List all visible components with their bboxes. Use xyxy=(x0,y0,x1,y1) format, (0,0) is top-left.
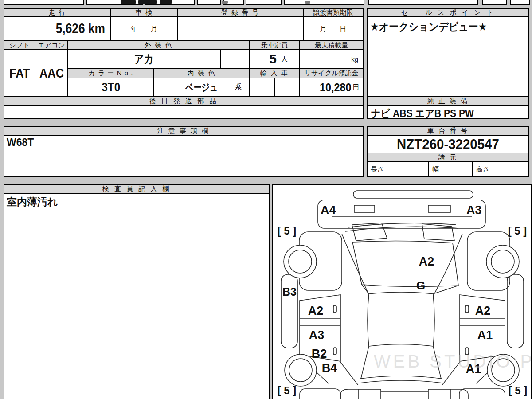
exterior-color-extra-cell xyxy=(220,49,250,69)
capacity-number: 5 xyxy=(269,51,277,66)
rear-bumper-bar xyxy=(353,191,473,198)
recycle-deposit-unit: 円 xyxy=(353,83,359,91)
corner-mark-top-left: [ 5 ] xyxy=(278,225,297,237)
chassis-number-header: 車 台 番 号 xyxy=(367,126,529,136)
exterior-color-value: アカ xyxy=(67,49,221,69)
registration-value xyxy=(177,16,304,41)
mileage-header: 走 行 xyxy=(4,8,111,17)
tail-light-right xyxy=(428,205,450,212)
mileage-text: 5,626 km xyxy=(56,21,105,37)
later-parts-value xyxy=(4,105,364,119)
import-value-a xyxy=(249,78,275,97)
equipment-box: ナビ ABS エアB PS PW xyxy=(367,105,529,119)
later-parts-header: 後 日 発 送 部 品 xyxy=(4,96,364,106)
spec-width-cell: 幅 xyxy=(428,161,473,177)
wheel-rear-right xyxy=(486,245,519,278)
notes-box: W68T xyxy=(4,135,364,177)
recycle-deposit-value: 10,280 円 xyxy=(299,78,364,97)
door-handle-left-rear xyxy=(333,305,336,313)
damage-label-a4: A4 xyxy=(321,203,336,217)
inspector-text: 室内薄汚れ xyxy=(7,195,58,209)
inspector-header: 検 査 員 記 入 欄 xyxy=(4,184,270,194)
interior-color-text: ベージュ xyxy=(185,81,218,94)
corner-mark-bottom-right: [ 5 ] xyxy=(509,384,528,396)
cropped-row-cell xyxy=(368,0,478,5)
corner-mark-bottom-left: [ 5 ] xyxy=(278,384,297,396)
color-no-value: 3T0 xyxy=(67,78,154,97)
damage-label-a2-door-right: A2 xyxy=(475,304,491,317)
sales-point-box: ★オークションデビュー★ xyxy=(367,16,529,97)
rear-body-panel xyxy=(318,200,485,228)
door-handle-left-front xyxy=(333,348,336,355)
cropped-row-cell xyxy=(284,0,364,5)
inspection-value: 年 月 xyxy=(110,16,178,41)
door-handle-right-rear xyxy=(466,305,469,313)
cropped-text-fragment xyxy=(305,1,310,4)
shift-text: FAT xyxy=(9,66,30,81)
shift-header: シフト xyxy=(4,40,35,50)
damage-label-a2-rear-window: A2 xyxy=(419,255,434,268)
cropped-text-fragment xyxy=(160,0,172,4)
exterior-color-header: 外 装 色 xyxy=(67,40,250,50)
interior-color-suffix: 系 xyxy=(235,83,242,92)
recycle-deposit-number: 10,280 xyxy=(320,81,352,94)
auction-sheet: 走 行 車 検 登 録 番 号 譲渡書類期限 5,626 km 年 月 月 日 … xyxy=(0,0,532,399)
front-bumper xyxy=(340,389,468,399)
damage-label-a3-door-left: A3 xyxy=(309,329,325,342)
wheel-rear-left xyxy=(284,245,317,278)
tail-light-left xyxy=(354,205,375,212)
rear-window xyxy=(352,241,458,286)
transfer-deadline-header: 譲渡書類期限 xyxy=(303,8,364,17)
cropped-text-fragment xyxy=(222,1,228,4)
damage-label-b2-rocker-left: B2 xyxy=(312,347,327,360)
chassis-number-box: NZT260-3220547 xyxy=(367,135,529,153)
rear-window-connector-right xyxy=(433,286,458,294)
sales-point-header: セ ー ル ス ポ イ ン ト xyxy=(367,8,529,17)
exterior-color-text: アカ xyxy=(134,51,154,67)
import-header: 輸 入 車 xyxy=(249,68,300,78)
interior-color-header: 内 装 色 xyxy=(153,68,250,78)
spec-length-cell: 長さ xyxy=(367,161,429,177)
roof-outline xyxy=(368,292,434,346)
damage-diagram-panel: A4 A3 A2 G B3 A2 A3 B2 B4 A2 A1 A1 [ 5 ]… xyxy=(272,184,532,399)
chassis-number-text: NZT260-3220547 xyxy=(397,136,499,153)
sales-point-text: ★オークションデビュー★ xyxy=(370,20,487,34)
body-side-left xyxy=(342,234,368,293)
damage-label-a2-door-left: A2 xyxy=(308,304,324,317)
equipment-text: ナビ ABS エアB PS PW xyxy=(371,106,474,121)
headlight-left xyxy=(359,389,381,399)
cropped-row-cell xyxy=(482,0,507,5)
cropped-row-cell xyxy=(246,0,282,5)
cropped-row-cell xyxy=(510,0,530,5)
capacity-header: 乗車定員 xyxy=(249,40,300,50)
cropped-row-cell xyxy=(4,0,84,5)
mileage-value: 5,626 km xyxy=(4,16,111,41)
max-load-value: kg xyxy=(299,49,364,69)
damage-label-b4-fender-left: B4 xyxy=(322,361,337,375)
capacity-value: 5 人 xyxy=(249,49,300,69)
interior-color-value: ベージュ 系 xyxy=(153,78,250,97)
cropped-row-cell xyxy=(197,0,221,5)
aircon-header: エアコン xyxy=(35,40,68,50)
equipment-header: 純 正 装 備 xyxy=(367,96,529,106)
notes-text: W68T xyxy=(7,137,34,149)
damage-label-g-roof: G xyxy=(416,279,425,292)
color-no-header: カ ラ ー N o . xyxy=(67,68,154,78)
damage-label-a1-door-right: A1 xyxy=(477,329,493,342)
watermark-text: WEB STUDIO PRO xyxy=(374,352,531,371)
cropped-text-fragment xyxy=(138,0,157,4)
inspection-header: 車 検 xyxy=(110,8,178,17)
shift-value: FAT xyxy=(4,49,35,97)
import-value-b xyxy=(274,78,300,97)
specs-header: 諸 元 xyxy=(367,153,529,162)
max-load-header: 最大積載量 xyxy=(299,40,364,50)
aircon-value: AAC xyxy=(35,49,68,97)
corner-mark-top-right: [ 5 ] xyxy=(508,225,527,237)
damage-label-b3-sill: B3 xyxy=(282,286,297,298)
recycle-deposit-header: リサイクル預託金 xyxy=(299,68,364,78)
cropped-text-fragment xyxy=(121,0,136,4)
headlight-right xyxy=(428,389,450,399)
spec-height-cell: 高さ xyxy=(472,161,529,177)
capacity-unit: 人 xyxy=(281,55,288,63)
damage-label-a3-rear: A3 xyxy=(466,203,482,217)
